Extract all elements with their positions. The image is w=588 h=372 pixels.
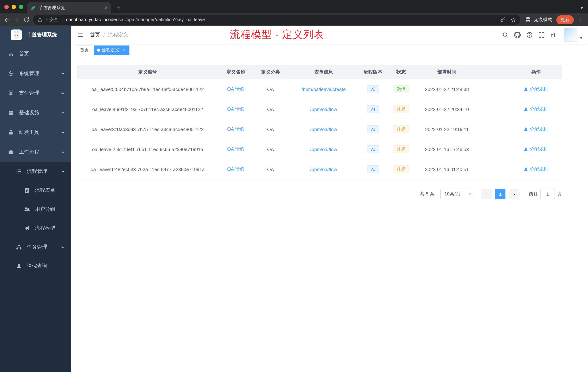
tag-home[interactable]: 首页	[77, 45, 92, 55]
sidebar-item-label: 流程表单	[35, 187, 65, 194]
user-avatar[interactable]	[564, 28, 578, 42]
back-icon[interactable]	[4, 17, 10, 23]
assign-rule-link[interactable]: 分配规则	[524, 146, 548, 153]
definition-name-link[interactable]: OA 请假	[227, 86, 244, 92]
chrome-update-button[interactable]: 更新	[556, 15, 574, 24]
breadcrumb-home[interactable]: 首页	[90, 32, 100, 38]
zoom-window-button[interactable]	[19, 5, 23, 9]
sidebar: 芋道管理系统 首页 系统管理	[0, 26, 71, 372]
sidebar-item-workflow[interactable]: 工作流程	[0, 142, 71, 162]
sidebar-item-task-manage[interactable]: 任务管理	[0, 238, 71, 257]
tab-search-chevron-icon[interactable]: ▾	[581, 5, 583, 11]
assign-rule-link[interactable]: 分配规则	[524, 106, 548, 112]
form-info-link[interactable]: /bpm/oa/flow	[310, 146, 337, 152]
page-size-select[interactable]: 10条/页 ▾	[440, 189, 474, 199]
browser-menu-icon[interactable]: ⋮	[578, 16, 584, 23]
sidebar-item-devtools[interactable]: 研发工具	[0, 123, 71, 142]
address-bar[interactable]: 不安全 | dashboard.yudao.iocoder.cn /bpm/ma…	[33, 15, 520, 25]
github-icon[interactable]	[514, 32, 521, 38]
security-label[interactable]: 不安全	[45, 17, 58, 23]
definition-name-link[interactable]: OA 请假	[227, 166, 244, 173]
user-icon	[524, 147, 528, 152]
prev-page-button[interactable]: ‹	[482, 189, 492, 199]
deploy-time: 2022-01-22 19:19:11	[416, 119, 478, 139]
breadcrumb-current: 流程定义	[108, 32, 128, 38]
window-controls	[4, 5, 23, 9]
search-icon[interactable]	[502, 32, 509, 38]
not-secure-warning-icon[interactable]	[37, 17, 42, 22]
tab-title: 芋道管理系统	[39, 5, 102, 11]
column-header: 定义分类	[253, 65, 288, 79]
table-row: oa_leave:3:1fad3d93-7b75-11ec-a3c8-acde4…	[77, 119, 562, 139]
top-navbar: 首页 / 流程定义 流程模型 - 定义列表	[71, 26, 588, 44]
incognito-label: 无痕模式	[534, 17, 552, 23]
assign-rule-link[interactable]: 分配规则	[524, 166, 548, 173]
definition-table: 定义编号 定义名称 定义分类 表单信息 流程版本 状态 部署时间 操作 oa_l…	[77, 65, 562, 179]
chevron-down-icon	[61, 71, 65, 76]
deploy-time: 2022-01-16 01:40:51	[416, 159, 478, 179]
version-badge: v4	[367, 105, 379, 113]
tab-close-icon[interactable]: ×	[105, 5, 108, 11]
sidebar-item-payment[interactable]: 支付管理	[0, 83, 71, 103]
breadcrumb: 首页 / 流程定义	[90, 32, 128, 38]
goto-page-input[interactable]	[540, 189, 555, 199]
active-tag-dot	[97, 49, 100, 52]
paper-plane-icon	[24, 225, 30, 231]
sidebar-item-process-manage[interactable]: 流程管理	[0, 162, 71, 181]
definition-name-link[interactable]: OA 请假	[227, 126, 244, 132]
sidebar-item-system[interactable]: 系统管理	[0, 64, 71, 83]
fullscreen-icon[interactable]	[538, 32, 545, 38]
tag-label: 流程定义	[102, 47, 119, 53]
sidebar-logo[interactable]: 芋道管理系统	[0, 26, 71, 44]
assign-rule-link[interactable]: 分配规则	[524, 126, 548, 132]
next-page-button[interactable]: ›	[509, 189, 519, 199]
forward-icon[interactable]	[13, 17, 20, 23]
bookmark-star-icon[interactable]	[511, 17, 516, 22]
yen-icon	[8, 90, 14, 96]
column-header: 定义编号	[77, 65, 219, 79]
sidebar-item-process-form[interactable]: 流程表单	[0, 181, 71, 200]
browser-tab-strip: 芋道管理系统 × + ▾	[0, 0, 588, 13]
avatar-caret-down-icon[interactable]: ▾	[580, 36, 582, 40]
password-key-icon[interactable]	[500, 17, 505, 22]
form-info-link[interactable]: /bpm/oa/flow	[310, 107, 337, 112]
table-header-row: 定义编号 定义名称 定义分类 表单信息 流程版本 状态 部署时间 操作	[77, 65, 562, 79]
definition-category: OA	[253, 99, 288, 119]
sidebar-item-infrastructure[interactable]: 基础设施	[0, 103, 71, 123]
sidebar-item-label: 首页	[19, 51, 65, 57]
tag-process-definition[interactable]: 流程定义 ×	[94, 45, 129, 55]
column-header-filler	[478, 65, 510, 79]
sidebar-collapse-icon[interactable]	[77, 31, 84, 39]
close-window-button[interactable]	[4, 5, 9, 9]
definition-name-link[interactable]: OA 请假	[227, 106, 244, 112]
sidebar-item-label: 任务管理	[27, 244, 61, 251]
tags-view-bar: 首页 流程定义 ×	[71, 44, 588, 56]
definition-name-link[interactable]: OA 请假	[227, 146, 244, 153]
help-icon[interactable]	[526, 32, 533, 38]
tag-label: 首页	[80, 47, 89, 53]
sidebar-item-home[interactable]: 首页	[0, 44, 71, 64]
sidebar-item-leave-query[interactable]: 请假查询	[0, 257, 71, 275]
form-info-link[interactable]: /bpm/oa/flow	[310, 127, 337, 132]
tag-close-icon[interactable]: ×	[121, 47, 126, 53]
lock-icon	[8, 130, 14, 135]
column-header: 定义名称	[219, 65, 253, 79]
browser-tab[interactable]: 芋道管理系统 ×	[27, 2, 111, 13]
font-size-icon[interactable]	[550, 32, 557, 38]
assign-rule-link[interactable]: 分配规则	[524, 86, 548, 92]
assign-rule-label: 分配规则	[529, 146, 548, 153]
sidebar-top-section: 芋道管理系统 首页 系统管理	[0, 26, 71, 162]
page-number-1[interactable]: 1	[495, 189, 505, 199]
form-info-link[interactable]: /bpm/oa/leave/create	[302, 87, 346, 92]
new-tab-button[interactable]: +	[116, 4, 120, 12]
sidebar-item-user-group[interactable]: 用户分组	[0, 200, 71, 219]
reload-icon[interactable]	[23, 17, 30, 23]
chevron-up-icon	[61, 169, 65, 174]
minimize-window-button[interactable]	[12, 5, 16, 9]
goto-label: 前往	[529, 191, 538, 197]
definition-category: OA	[253, 159, 288, 179]
chevron-down-icon	[61, 245, 65, 249]
form-info-link[interactable]: /bpm/oa/flow	[310, 166, 337, 172]
incognito-icon	[525, 16, 531, 23]
sidebar-item-process-model[interactable]: 流程模型	[0, 219, 71, 238]
